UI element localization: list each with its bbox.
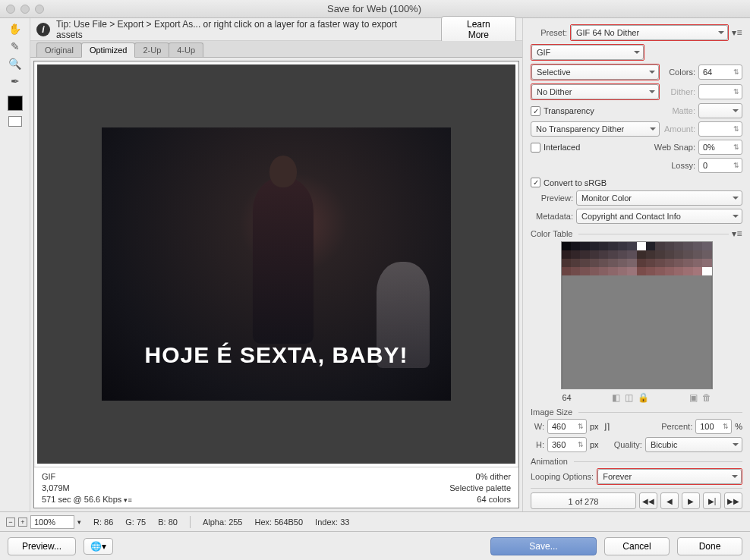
dither-select[interactable]: No Dither: [531, 84, 659, 99]
save-button[interactable]: Save...: [490, 537, 597, 555]
color-swatch[interactable]: [618, 242, 627, 250]
color-swatch[interactable]: [571, 259, 580, 267]
color-swatch[interactable]: [618, 250, 627, 259]
tab-original[interactable]: Original: [36, 42, 82, 57]
color-swatch[interactable]: [637, 267, 646, 275]
color-swatch[interactable]: [646, 267, 655, 275]
websnap-input[interactable]: 0%: [698, 140, 742, 155]
zoom-window-icon[interactable]: [35, 5, 44, 14]
width-input[interactable]: 460: [547, 419, 587, 434]
color-swatch[interactable]: [693, 267, 702, 275]
color-swatch[interactable]: [590, 242, 599, 250]
preview-mode-select[interactable]: Monitor Color: [576, 190, 742, 206]
zoom-in-icon[interactable]: +: [18, 518, 27, 527]
next-frame-button[interactable]: ▶|: [703, 492, 721, 509]
color-swatch[interactable]: [590, 259, 599, 267]
color-swatch[interactable]: [683, 267, 692, 275]
color-swatch[interactable]: [562, 250, 571, 259]
color-swatch[interactable]: [655, 242, 664, 250]
color-swatch[interactable]: [580, 242, 589, 250]
color-swatch[interactable]: [665, 267, 674, 275]
color-swatch[interactable]: [674, 250, 683, 259]
prev-frame-button[interactable]: ◀: [660, 492, 679, 509]
color-swatch[interactable]: [702, 267, 711, 275]
color-swatch[interactable]: [683, 259, 692, 267]
percent-input[interactable]: 100: [695, 419, 732, 434]
color-swatch[interactable]: [618, 259, 627, 267]
color-swatch[interactable]: [702, 259, 711, 267]
color-swatch[interactable]: [674, 267, 683, 275]
done-button[interactable]: Done: [677, 537, 742, 555]
interlaced-checkbox[interactable]: [531, 143, 540, 153]
eyedropper-color-swatch[interactable]: [8, 96, 23, 111]
color-swatch[interactable]: [646, 242, 655, 250]
shift-websafe-icon[interactable]: ◫: [625, 392, 633, 403]
link-dimensions-icon[interactable]: ⌋⌉: [602, 422, 611, 432]
color-swatch[interactable]: [618, 267, 627, 275]
color-swatch[interactable]: [599, 250, 608, 259]
color-swatch[interactable]: [590, 250, 599, 259]
color-swatch[interactable]: [562, 267, 571, 275]
color-swatch[interactable]: [655, 259, 664, 267]
color-swatch[interactable]: [655, 267, 664, 275]
color-swatch[interactable]: [637, 242, 646, 250]
hand-tool-icon[interactable]: ✋: [6, 21, 24, 36]
color-swatch[interactable]: [637, 250, 646, 259]
color-swatch[interactable]: [693, 242, 702, 250]
color-swatch[interactable]: [599, 267, 608, 275]
first-frame-button[interactable]: ◀◀: [639, 492, 657, 509]
last-frame-button[interactable]: ▶▶: [724, 492, 742, 509]
color-swatch[interactable]: [627, 250, 636, 259]
color-swatch[interactable]: [665, 242, 674, 250]
filetype-select[interactable]: GIF: [531, 45, 644, 60]
close-window-icon[interactable]: [6, 5, 15, 14]
transparency-dither-select[interactable]: No Transparency Dither: [531, 121, 660, 137]
toggle-slices-icon[interactable]: [8, 116, 22, 127]
zoom-input[interactable]: 100%: [30, 515, 74, 529]
preset-menu-icon[interactable]: ▾≡: [732, 27, 742, 38]
tab-4up[interactable]: 4-Up: [169, 42, 203, 57]
learn-more-button[interactable]: Learn More: [441, 16, 516, 43]
color-swatch[interactable]: [627, 259, 636, 267]
preview-canvas[interactable]: HOJE É SEXTA, BABY! GIF0% dither 3,079MS…: [33, 61, 519, 508]
color-swatch[interactable]: [580, 250, 589, 259]
color-swatch[interactable]: [599, 259, 608, 267]
new-color-icon[interactable]: ▣: [689, 392, 698, 403]
color-swatch[interactable]: [608, 250, 617, 259]
preview-button[interactable]: Preview...: [8, 537, 76, 555]
preset-select[interactable]: GIF 64 No Dither: [571, 25, 728, 40]
zoom-tool-icon[interactable]: 🔍: [6, 56, 24, 71]
matte-select[interactable]: [698, 103, 742, 118]
color-swatch[interactable]: [571, 242, 580, 250]
color-swatch[interactable]: [571, 267, 580, 275]
slice-select-tool-icon[interactable]: ✎: [6, 39, 24, 54]
color-swatch[interactable]: [637, 259, 646, 267]
color-swatch[interactable]: [627, 242, 636, 250]
color-swatch[interactable]: [693, 259, 702, 267]
color-swatch[interactable]: [702, 242, 711, 250]
zoom-out-icon[interactable]: −: [6, 518, 15, 527]
color-swatch[interactable]: [627, 267, 636, 275]
lossy-input[interactable]: 0: [698, 158, 742, 173]
color-swatch[interactable]: [590, 267, 599, 275]
color-swatch[interactable]: [580, 259, 589, 267]
looping-select[interactable]: Forever: [597, 469, 742, 484]
color-table-menu-icon[interactable]: ▾≡: [732, 228, 742, 239]
color-table[interactable]: [561, 241, 713, 389]
transparency-checkbox[interactable]: ✓: [531, 106, 540, 116]
map-transparent-icon[interactable]: ◧: [612, 392, 620, 403]
srgb-checkbox[interactable]: ✓: [531, 178, 540, 187]
color-swatch[interactable]: [646, 250, 655, 259]
quality-select[interactable]: Bicubic: [645, 437, 742, 452]
color-swatch[interactable]: [683, 242, 692, 250]
color-swatch[interactable]: [571, 250, 580, 259]
colors-input[interactable]: 64: [698, 64, 742, 80]
color-swatch[interactable]: [702, 250, 711, 259]
color-swatch[interactable]: [693, 250, 702, 259]
browser-preview-button[interactable]: 🌐▾: [84, 538, 113, 555]
height-input[interactable]: 360: [547, 437, 587, 452]
color-swatch[interactable]: [580, 267, 589, 275]
color-swatch[interactable]: [655, 250, 664, 259]
color-swatch[interactable]: [683, 250, 692, 259]
color-swatch[interactable]: [562, 259, 571, 267]
